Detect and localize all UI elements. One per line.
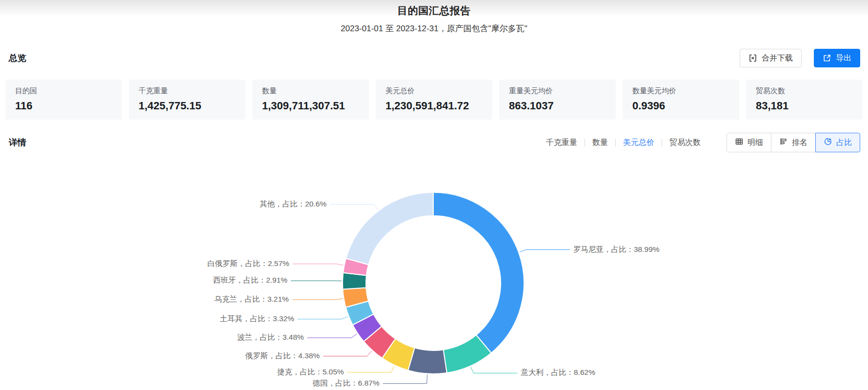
view-button-label: 明细: [747, 138, 763, 148]
merge-download-button[interactable]: 合并下载: [740, 49, 802, 67]
pie-leader-line: [292, 299, 343, 300]
stat-card-usd-per-weight: 重量美元均价 863.1037: [499, 80, 616, 120]
stat-value: 1,425,775.15: [139, 100, 236, 112]
pie-label: 俄罗斯，占比：4.38%: [245, 351, 320, 360]
stat-value: 1,309,711,307.51: [262, 100, 359, 112]
pie-leader-line: [298, 317, 348, 319]
ranking-icon: [779, 137, 788, 148]
metric-tab-kg-weight[interactable]: 千克重量: [539, 138, 585, 148]
stat-card-usd-per-quantity: 数量美元均价 0.9396: [623, 80, 739, 120]
details-controls: 千克重量 数量 美元总价 贸易次数 明细: [539, 133, 860, 152]
export-label: 导出: [836, 53, 851, 63]
overview-heading: 总览: [9, 52, 26, 64]
stat-card-kg-weight: 千克重量 1,425,775.15: [129, 80, 245, 120]
destination-report-page: 目的国汇总报告 2023-01-01 至 2023-12-31，原产国包含"摩尔…: [0, 0, 868, 390]
pie-icon: [824, 137, 832, 148]
pie-leader-line: [323, 351, 371, 356]
stat-label: 千克重量: [139, 86, 236, 96]
pie-label: 白俄罗斯，占比：2.57%: [207, 259, 289, 267]
stat-label: 数量: [262, 86, 359, 96]
stat-value: 0.9396: [632, 100, 729, 112]
overview-actions: 合并下载 导出: [740, 49, 860, 67]
pie-slice[interactable]: [346, 192, 433, 265]
view-button-label: 占比: [836, 138, 852, 148]
donut-chart: 罗马尼亚，占比：38.99%意大利，占比：8.62%德国，占比：6.87%捷克，…: [0, 156, 868, 390]
pie-label: 西班牙，占比：2.91%: [213, 276, 288, 284]
export-icon: [823, 54, 831, 62]
export-button[interactable]: 导出: [814, 49, 860, 67]
stat-value: 1,230,591,841.72: [385, 100, 483, 112]
stat-value: 116: [15, 100, 112, 112]
stat-label: 重量美元均价: [509, 86, 606, 96]
pie-label: 土耳其，占比：3.32%: [220, 314, 295, 323]
report-header: 目的国汇总报告 2023-01-01 至 2023-12-31，原产国包含"摩尔…: [0, 4, 868, 34]
stat-label: 美元总价: [385, 86, 483, 96]
table-icon: [735, 137, 744, 148]
pie-leader-line: [471, 367, 518, 373]
pie-label: 德国，占比：6.87%: [312, 379, 380, 387]
view-switch-group: 明细 排名: [727, 133, 860, 152]
view-button-label: 排名: [792, 138, 807, 148]
metric-tabs: 千克重量 数量 美元总价 贸易次数: [539, 138, 708, 148]
merge-download-icon: [748, 54, 757, 62]
stat-card-usd-total: 美元总价 1,230,591,841.72: [376, 80, 492, 120]
pie-leader-line: [383, 375, 427, 384]
overview-cards: 目的国 116 千克重量 1,425,775.15 数量 1,309,711,3…: [5, 80, 863, 120]
overview-header-row: 总览 合并下载: [9, 48, 860, 68]
view-button-ranking[interactable]: 排名: [771, 133, 816, 152]
stat-card-quantity: 数量 1,309,711,307.51: [252, 80, 369, 120]
pie-leader-line: [307, 334, 357, 338]
pie-leader-line: [347, 366, 394, 372]
stat-label: 数量美元均价: [632, 86, 729, 96]
pie-label: 其他，占比：20.6%: [260, 200, 326, 208]
view-button-proportion[interactable]: 占比: [815, 133, 860, 152]
stat-card-trade-count: 贸易次数 83,181: [746, 80, 863, 120]
details-heading: 详情: [9, 137, 26, 148]
stat-card-destination-countries: 目的国 116: [5, 80, 122, 120]
stat-value: 863.1037: [509, 100, 606, 112]
details-header-row: 详情 千克重量 数量 美元总价 贸易次数: [9, 132, 860, 153]
page-title: 目的国汇总报告: [0, 4, 868, 18]
stat-value: 83,181: [756, 100, 853, 112]
pie-leader-line: [330, 205, 378, 210]
view-button-detail[interactable]: 明细: [727, 133, 771, 152]
stat-label: 目的国: [15, 86, 112, 96]
metric-tab-quantity[interactable]: 数量: [585, 138, 615, 148]
metric-tab-usd-total[interactable]: 美元总价: [616, 138, 662, 148]
metric-tab-trade-count[interactable]: 贸易次数: [662, 138, 708, 148]
merge-download-label: 合并下载: [762, 53, 793, 63]
pie-label: 波兰，占比：3.48%: [237, 333, 304, 341]
pie-label: 捷克，占比：5.05%: [277, 368, 344, 376]
pie-label: 罗马尼亚，占比：38.99%: [573, 245, 660, 253]
pie-leader-line: [520, 250, 570, 252]
pie-label: 乌克兰，占比：3.21%: [214, 295, 289, 303]
report-subtitle: 2023-01-01 至 2023-12-31，原产国包含"摩尔多瓦": [0, 23, 868, 34]
stat-label: 贸易次数: [756, 86, 853, 96]
pie-slice[interactable]: [433, 192, 524, 353]
pie-leader-line: [293, 264, 343, 266]
pie-label: 意大利，占比：8.62%: [521, 368, 596, 376]
